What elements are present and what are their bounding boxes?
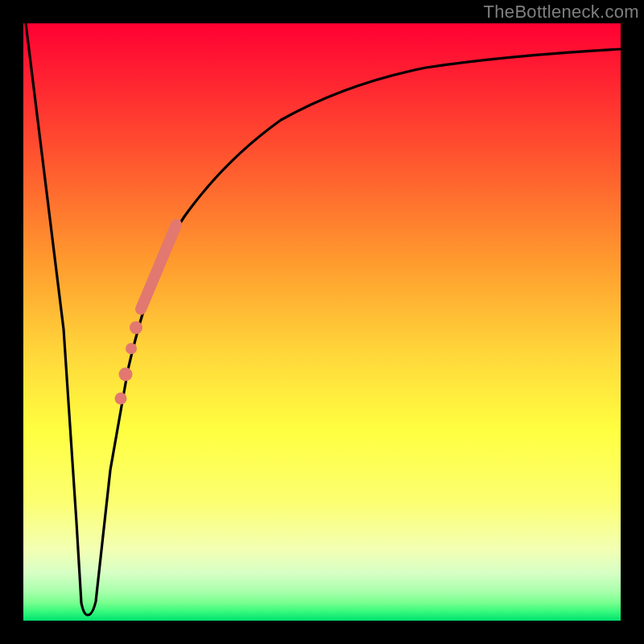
highlight-band bbox=[141, 225, 176, 309]
bottleneck-curve-svg bbox=[23, 23, 621, 621]
highlight-dot bbox=[130, 321, 142, 334]
highlight-dot bbox=[119, 368, 133, 382]
bottleneck-curve bbox=[26, 23, 621, 615]
plot-area bbox=[23, 23, 621, 621]
chart-frame: TheBottleneck.com bbox=[0, 0, 644, 644]
highlight-dot bbox=[126, 343, 137, 354]
highlight-dot bbox=[115, 393, 127, 405]
watermark-text: TheBottleneck.com bbox=[484, 2, 639, 23]
